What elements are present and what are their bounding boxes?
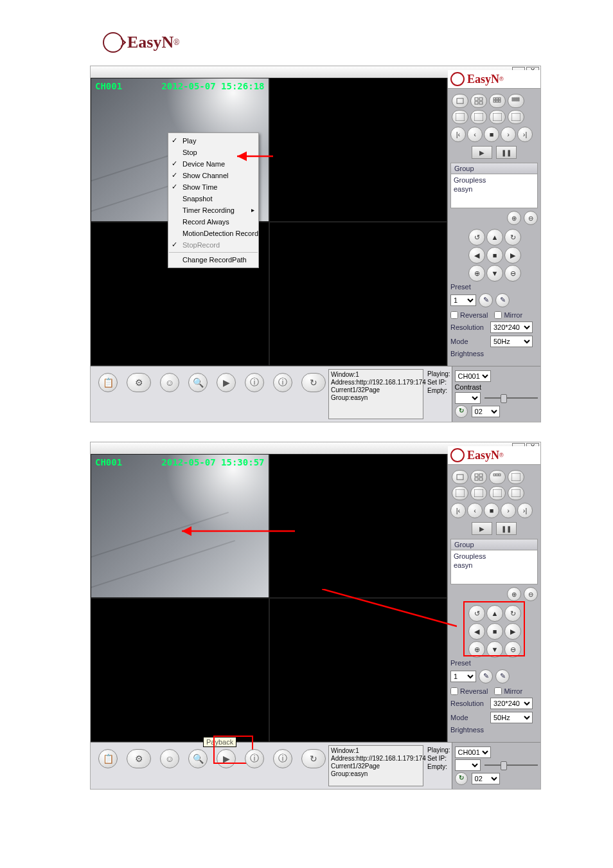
ptz-up[interactable]: ▲ bbox=[486, 229, 503, 246]
nav-stop-button[interactable]: ■ bbox=[484, 503, 499, 518]
refresh-button[interactable]: ↻ bbox=[455, 772, 468, 785]
pause-button[interactable]: ❚❚ bbox=[496, 522, 517, 535]
ptz-up-left[interactable]: ↺ bbox=[468, 229, 485, 246]
layout-6x6-button[interactable] bbox=[470, 486, 487, 500]
nav-first-button[interactable]: |‹ bbox=[450, 503, 466, 518]
ctx-stop-record[interactable]: StopRecord bbox=[168, 239, 258, 251]
preset-set-button[interactable]: ✎ bbox=[479, 669, 493, 683]
nav-next-button[interactable]: › bbox=[501, 503, 516, 518]
ptz-up-left[interactable]: ↺ bbox=[468, 605, 485, 622]
play-button[interactable]: ▶ bbox=[472, 146, 492, 159]
zoom-in-button[interactable]: ⊕ bbox=[507, 211, 521, 225]
video-cell-3[interactable] bbox=[91, 598, 269, 742]
layout-2x2-button[interactable] bbox=[470, 470, 487, 484]
layout-1x1-button[interactable] bbox=[452, 94, 468, 108]
cycle-button[interactable]: ↻ bbox=[301, 749, 326, 768]
ptz-up-right[interactable]: ↻ bbox=[504, 605, 521, 622]
layout-7x7-button[interactable] bbox=[489, 110, 506, 124]
group-list[interactable]: Groupless easyn bbox=[450, 174, 538, 208]
ptz-down[interactable]: ▼ bbox=[486, 641, 503, 658]
layout-6x6-button[interactable] bbox=[470, 110, 487, 124]
preset-set-button[interactable]: ✎ bbox=[479, 293, 493, 307]
empty-select[interactable]: 02 bbox=[472, 406, 500, 417]
resolution-select[interactable]: 320*240 bbox=[490, 698, 533, 709]
nav-prev-button[interactable]: ‹ bbox=[467, 503, 483, 518]
ctx-snapshot[interactable]: Snapshot bbox=[168, 193, 258, 204]
list-item[interactable]: easyn bbox=[454, 185, 535, 194]
zoom-out-button[interactable]: ⊖ bbox=[524, 587, 538, 601]
user-button[interactable]: ☺ bbox=[160, 373, 179, 392]
reversal-checkbox[interactable]: Reversal bbox=[450, 687, 488, 695]
resolution-select[interactable]: 320*240 bbox=[490, 321, 533, 333]
contrast-slider[interactable] bbox=[484, 395, 538, 401]
layout-7x7-button[interactable] bbox=[489, 486, 506, 500]
playing-select[interactable]: CH001 bbox=[455, 370, 491, 382]
search-button[interactable]: 🔍 bbox=[188, 749, 208, 768]
ptz-down-left[interactable]: ⊕ bbox=[468, 641, 485, 658]
layout-3x3-button[interactable] bbox=[489, 470, 506, 484]
list-item[interactable]: easyn bbox=[454, 561, 535, 570]
clipboard-button[interactable]: 📋 bbox=[98, 373, 118, 392]
help-button[interactable]: ⓘ bbox=[273, 749, 292, 768]
video-cell-4[interactable] bbox=[269, 222, 448, 366]
ptz-home[interactable]: ■ bbox=[486, 623, 503, 640]
mirror-checkbox[interactable]: Mirror bbox=[494, 311, 522, 319]
layout-8x8-button[interactable] bbox=[508, 110, 524, 124]
ptz-right[interactable]: ▶ bbox=[504, 247, 521, 264]
clipboard-button[interactable]: 📋 bbox=[98, 749, 118, 768]
preset-select[interactable]: 1 bbox=[450, 671, 476, 682]
ctx-change-path[interactable]: Change RecordPath bbox=[168, 254, 258, 266]
slider[interactable] bbox=[484, 762, 538, 768]
ptz-down[interactable]: ▼ bbox=[486, 265, 503, 282]
ptz-left[interactable]: ◀ bbox=[468, 247, 485, 264]
nav-stop-button[interactable]: ■ bbox=[484, 127, 499, 142]
layout-3x3-button[interactable] bbox=[489, 94, 506, 108]
settings-button[interactable]: ⚙ bbox=[127, 749, 151, 768]
layout-5x5-button[interactable] bbox=[452, 110, 468, 124]
ptz-down-right[interactable]: ⊖ bbox=[504, 641, 521, 658]
preset-call-button[interactable]: ✎ bbox=[495, 669, 510, 683]
help-button[interactable]: ⓘ bbox=[273, 373, 292, 392]
nav-next-button[interactable]: › bbox=[501, 127, 516, 142]
playback-button[interactable]: ▶ Payback bbox=[217, 749, 236, 768]
layout-4x4-button[interactable] bbox=[508, 94, 524, 108]
ctx-motion-record[interactable]: MotionDetection Record bbox=[168, 228, 258, 239]
preset-call-button[interactable]: ✎ bbox=[495, 293, 510, 307]
ctx-timer-recording[interactable]: Timer Recording bbox=[168, 204, 258, 216]
layout-5x5-button[interactable] bbox=[452, 486, 468, 500]
ptz-up-right[interactable]: ↻ bbox=[504, 229, 521, 246]
search-button[interactable]: 🔍 bbox=[188, 373, 208, 392]
nav-prev-button[interactable]: ‹ bbox=[467, 127, 483, 142]
ctx-play[interactable]: Play bbox=[168, 135, 258, 147]
ptz-home[interactable]: ■ bbox=[486, 247, 503, 264]
settings-button[interactable]: ⚙ bbox=[127, 373, 151, 392]
layout-4x4-button[interactable] bbox=[508, 470, 524, 484]
refresh-button[interactable]: ↻ bbox=[455, 405, 468, 418]
nav-last-button[interactable]: ›| bbox=[517, 503, 533, 518]
mirror-checkbox[interactable]: Mirror bbox=[494, 687, 522, 695]
cycle-button[interactable]: ↻ bbox=[301, 373, 326, 392]
empty-select[interactable]: 02 bbox=[472, 773, 500, 784]
setip-select[interactable] bbox=[455, 759, 481, 771]
group-list[interactable]: Groupless easyn bbox=[450, 550, 538, 584]
pause-button[interactable]: ❚❚ bbox=[496, 146, 517, 159]
layout-2x2-button[interactable] bbox=[470, 94, 487, 108]
ptz-left[interactable]: ◀ bbox=[468, 623, 485, 640]
nav-last-button[interactable]: ›| bbox=[517, 127, 533, 142]
ptz-up[interactable]: ▲ bbox=[486, 605, 503, 622]
ctx-show-channel[interactable]: Show Channel bbox=[168, 170, 258, 181]
video-cell-2[interactable] bbox=[269, 78, 448, 222]
playback-button[interactable]: ▶ bbox=[217, 373, 236, 392]
preset-select[interactable]: 1 bbox=[450, 294, 476, 306]
layout-1x1-button[interactable] bbox=[452, 470, 468, 484]
ptz-right[interactable]: ▶ bbox=[504, 623, 521, 640]
info-button[interactable]: ⓘ bbox=[245, 373, 264, 392]
info-button[interactable]: ⓘ bbox=[245, 749, 264, 768]
ptz-down-right[interactable]: ⊖ bbox=[504, 265, 521, 282]
play-button[interactable]: ▶ bbox=[472, 522, 492, 535]
mode-select[interactable]: 50Hz bbox=[490, 712, 533, 723]
zoom-out-button[interactable]: ⊖ bbox=[524, 211, 538, 225]
playing-select[interactable]: CH001 bbox=[455, 746, 491, 758]
layout-8x8-button[interactable] bbox=[508, 486, 524, 500]
reversal-checkbox[interactable]: Reversal bbox=[450, 311, 488, 319]
